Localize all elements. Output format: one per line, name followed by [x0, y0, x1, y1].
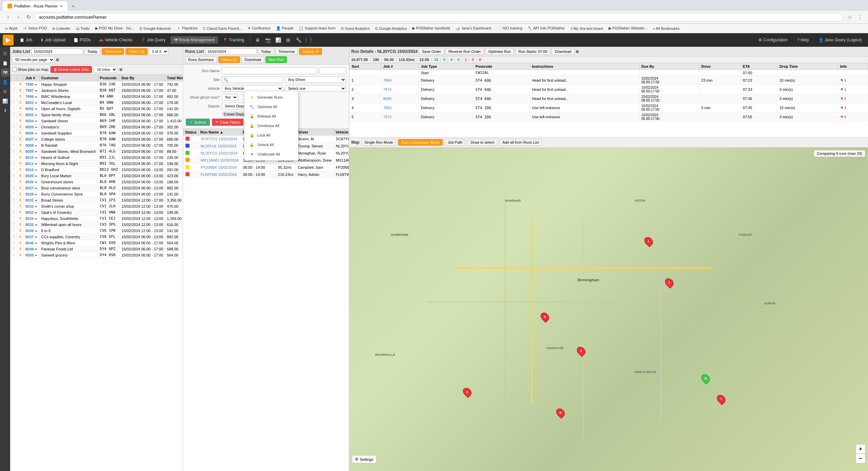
runs-tomorrow-button[interactable]: Tomorrow	[275, 48, 298, 55]
toolbar-tracking-button[interactable]: 📍 Tracking	[219, 36, 248, 44]
bookmark-support[interactable]: 📋 Support team form	[297, 25, 337, 31]
list-view-icon[interactable]: ⊞	[119, 67, 122, 72]
drag-handle[interactable]: ⠿	[11, 167, 17, 173]
details-job-cell[interactable]: 7973	[381, 112, 419, 122]
add-all-from-runs-button[interactable]: Add all from Runs List	[499, 139, 542, 146]
map-marker-7[interactable]: 7	[717, 394, 726, 405]
drag-handle[interactable]: ⠿	[11, 136, 17, 142]
job-id-cell[interactable]: 8009 ✏	[24, 148, 40, 155]
side-icon-5[interactable]: ⚙	[1, 87, 9, 96]
details-col-type[interactable]: Job Type	[419, 63, 473, 70]
action-unlock-all[interactable]: 🔓 Unlock All	[244, 140, 298, 149]
any-driver-select[interactable]: Any Driver	[285, 76, 347, 83]
details-info-cell[interactable]: ⚑ ℹ	[838, 76, 868, 85]
drag-handle[interactable]: ⠿	[11, 161, 17, 167]
bookmark-analytics[interactable]: G Good Analytics	[339, 26, 372, 31]
toolbar-pods-button[interactable]: 📄 PODs	[70, 36, 94, 44]
bookmark-people[interactable]: 👤 People	[274, 25, 295, 31]
job-id-cell[interactable]: 8049 ✏	[24, 246, 40, 252]
drag-handle[interactable]: ⠿	[11, 130, 17, 136]
job-id-cell[interactable]: 8004 ✏	[24, 118, 40, 124]
bookmark-api[interactable]: 🔧 API Info PODfather	[526, 25, 567, 31]
draw-to-select-button[interactable]: Draw to select	[468, 139, 497, 146]
jobs-date-input[interactable]	[32, 48, 83, 55]
job-id-cell[interactable]: 8034 ✏	[24, 216, 40, 222]
bookmark-apps[interactable]: ⚏ Apps	[3, 25, 20, 31]
details-col-eta[interactable]: ETA	[741, 63, 777, 70]
run-name-cell[interactable]: FL69TWA 15/02/2024	[198, 171, 241, 178]
jobs-today-button[interactable]: Today	[84, 48, 100, 55]
side-icon-1[interactable]: ☰	[1, 49, 9, 58]
drag-handle[interactable]: ⠿	[11, 203, 17, 209]
job-id-cell[interactable]: 8010 ✏	[24, 155, 40, 161]
action-release-all[interactable]: 🔓 Release All	[244, 111, 298, 121]
details-info-cell[interactable]: ⚑ ℹ	[838, 103, 868, 112]
jobs-col-id[interactable]: Job #	[24, 75, 40, 81]
show-jobs-on-map-checkbox[interactable]	[12, 67, 17, 72]
job-id-cell[interactable]: 8020 ✏	[24, 173, 40, 179]
drag-handle[interactable]: ⠿	[11, 197, 17, 203]
bookmark-linkedin[interactable]: in LinkedIn	[50, 26, 72, 31]
action-unrelease-all[interactable]: 🔒 Unrelease All	[244, 121, 298, 130]
job-id-cell[interactable]: 8035 ✏	[24, 222, 40, 228]
map-marker-6[interactable]: 6	[557, 408, 565, 419]
bookmark-all[interactable]: » All Bookmarks	[651, 26, 682, 31]
details-col-due-by[interactable]: Due By	[639, 63, 699, 70]
job-id-cell[interactable]: 8033 ✏	[24, 209, 40, 216]
drag-handle[interactable]: ⠿	[11, 209, 17, 216]
drag-handle[interactable]: ⠿	[11, 222, 17, 228]
close-tab-button[interactable]: ✕	[60, 4, 63, 8]
toolbar-vehicle-checks-button[interactable]: 🚗 Vehicle Checks	[95, 36, 136, 44]
action-lock-all[interactable]: 🔒 Lock All	[244, 130, 298, 140]
details-job-cell[interactable]: 7864	[381, 76, 419, 85]
job-id-cell[interactable]: 8008 ✏	[24, 142, 40, 148]
toolbar-job-query-button[interactable]: ❓ Job Query	[137, 36, 169, 44]
job-id-cell[interactable]: 8011 ✏	[24, 161, 40, 167]
drag-handle[interactable]: ⠿	[11, 185, 17, 191]
drag-handle[interactable]: ⠿	[11, 179, 17, 185]
back-button[interactable]: ‹	[4, 13, 12, 21]
settings-browser-button[interactable]: ⋮	[856, 13, 864, 21]
job-id-cell[interactable]: 7997 ✏	[24, 87, 40, 94]
runs-new-run-button[interactable]: New Run	[265, 56, 287, 63]
toolbar-route-management-button[interactable]: 🗺 Route Management	[171, 36, 218, 44]
map-marker-5[interactable]: 5	[463, 387, 472, 398]
chart-icon[interactable]: 📊	[274, 36, 282, 44]
side-icon-4[interactable]: 👤	[1, 78, 9, 86]
runs-filters-button[interactable]: Filters (1)	[218, 56, 240, 63]
runs-date-input[interactable]	[205, 48, 257, 55]
drag-handle[interactable]: ⠿	[11, 246, 17, 252]
job-id-cell[interactable]: 8006 ✏	[24, 130, 40, 136]
action-optimise-all[interactable]: 🔧 Optimise All	[244, 102, 298, 111]
details-col-instructions[interactable]: Instructions	[530, 63, 639, 70]
details-col-job[interactable]: Job #	[381, 63, 419, 70]
drag-handle[interactable]: ⠿	[11, 240, 17, 246]
drag-handle[interactable]: ⠿	[11, 112, 17, 118]
drag-handle[interactable]: ⠿	[11, 106, 17, 112]
bookmark-jira[interactable]: J My Jira test board	[569, 26, 605, 31]
bookmark-google-analytics[interactable]: G Google Analytics	[373, 26, 409, 31]
details-info-cell[interactable]: ⚑ ℹ	[838, 85, 868, 94]
job-id-cell[interactable]: 8001 ✏	[24, 100, 40, 106]
bookmark-podfather[interactable]: ▶ PODfather handheld	[410, 25, 452, 31]
details-info-cell[interactable]: ⚑ ℹ	[838, 112, 868, 122]
job-id-cell[interactable]: 8031 ✏	[24, 197, 40, 203]
monitor-icon[interactable]: 🖥	[253, 36, 262, 44]
runs-download-button[interactable]: Download	[241, 56, 264, 63]
job-id-cell[interactable]: 8003 ✏	[24, 112, 40, 118]
runs-actions-button[interactable]: Actions ▼	[299, 48, 322, 55]
details-info-cell[interactable]: ⚑ ℹ	[838, 94, 868, 103]
camera-icon[interactable]: 📷	[263, 36, 272, 44]
job-id-cell[interactable]: 8005 ✏	[24, 124, 40, 130]
bookmark-inboxpod[interactable]: 📧 Inbox POD	[21, 25, 49, 31]
runs-summary-button[interactable]: Runs Summary	[185, 56, 217, 63]
bookmark-pipedrive[interactable]: 🔹 Pipedrive	[174, 25, 200, 31]
details-job-cell[interactable]	[381, 70, 419, 76]
runs-col-vehicle[interactable]: Vehicle	[334, 129, 349, 136]
run-comparison-mode-button[interactable]: Run Comparison Mode	[398, 139, 442, 146]
map-marker-3[interactable]: 3	[577, 346, 586, 357]
bookmark-podfather-web[interactable]: ▶ PODfather Website...	[607, 25, 650, 31]
map-marker-4[interactable]: 4	[541, 312, 549, 323]
drag-handle[interactable]: ⠿	[11, 81, 17, 87]
apps-icon[interactable]: ⋮⋮	[304, 36, 313, 44]
